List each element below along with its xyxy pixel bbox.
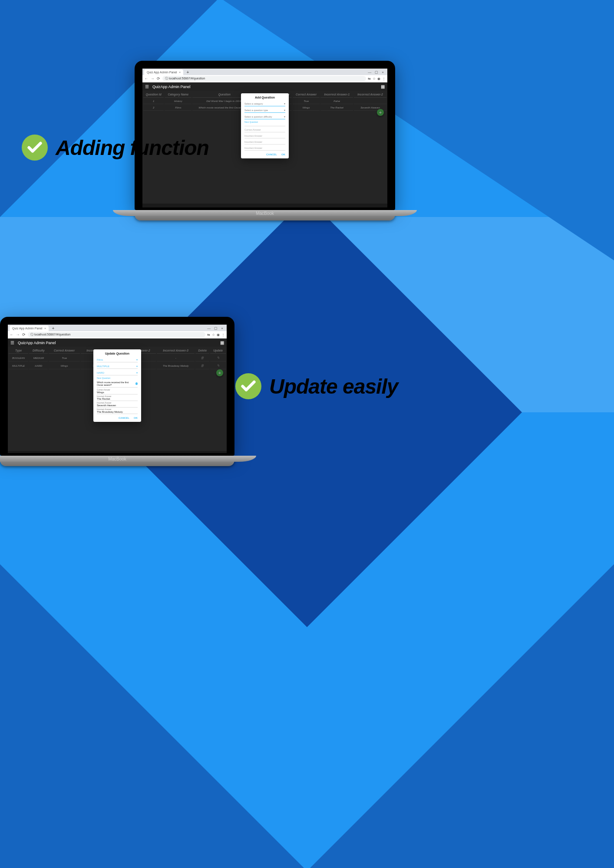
app-header: ☰ QuizApp Admin Panel ▦ [8,339,227,347]
browser-tab[interactable]: Quiz App Admin Panel × [144,69,183,75]
incorrect-answer-input[interactable]: Incorrect Answer [244,146,285,151]
modal-buttons: CANCEL OK [244,153,285,156]
back-icon[interactable]: ← [144,76,149,81]
insecure-icon: ⓘ [30,333,34,336]
difficulty-select[interactable]: HARD ▾ [97,370,138,375]
forward-icon[interactable]: → [150,76,155,81]
app-header: ☰ QuizApp Admin Panel ▦ [142,82,387,91]
reload-icon[interactable]: ⟳ [156,76,161,81]
correct-answer-input[interactable]: Wings [97,391,138,395]
cancel-button[interactable]: CANCEL [266,153,277,156]
incorrect-answer-input[interactable]: The Racket [97,398,138,401]
reload-icon[interactable]: ⟳ [22,332,26,337]
difficulty-select[interactable]: Select a question difficulty ▾ [244,114,285,119]
type-select[interactable]: MULTIPLE ▾ [97,364,138,369]
laptop-base: MacBook [0,456,234,466]
feature-adding: Adding function [22,135,209,161]
translate-icon[interactable]: ⇆ [368,77,371,81]
type-select[interactable]: Select a question type ▾ [244,108,285,113]
tab-title: Quiz App Admin Panel [12,327,43,330]
new-question-label: New Question [97,377,138,379]
bookmark-icon[interactable]: ☆ [212,333,215,337]
grid-icon[interactable]: ▦ [220,340,224,345]
chevron-down-icon: ▾ [136,365,138,368]
minimize-icon[interactable]: — [207,326,211,330]
modal-overlay: Update Question Films ▾ MULTIPLE ▾ HARD … [8,347,227,451]
add-question-modal: Add Question Select a category ▾ Select … [241,93,289,158]
cancel-button[interactable]: CANCEL [119,417,129,419]
incorrect-answer-input[interactable]: Incorrect Answer [244,134,285,138]
category-select[interactable]: Select a category ▾ [244,101,285,106]
category-select[interactable]: Films ▾ [97,357,138,362]
close-icon[interactable]: × [221,326,223,330]
update-question-modal: Update Question Films ▾ MULTIPLE ▾ HARD … [93,349,141,422]
hamburger-icon[interactable]: ☰ [10,340,14,345]
maximize-icon[interactable]: ▢ [214,326,218,330]
placeholder: Correct Answer [244,128,261,131]
macbook-label: MacBook [135,210,395,216]
new-tab-button[interactable]: + [185,70,190,75]
question-input[interactable] [244,124,285,126]
select-value: Films [97,358,103,361]
window-controls: — ▢ × [368,70,386,74]
address-row: ← → ⟳ ⓘ localhost:50867/#/question ⇆ ☆ ◉… [142,75,387,82]
modal-title: Update Question [97,352,138,355]
address-row: ← → ⟳ ⓘ localhost:50867/#/question ⇆ ☆ ◉… [8,331,227,339]
browser-action-icons: ⇆ ☆ ◉ ⋮ [368,77,386,81]
menu-icon[interactable]: ⋮ [221,333,225,337]
translate-icon[interactable]: ⇆ [207,333,210,337]
check-icon [235,373,261,399]
laptop-screen: Quiz App Admin Panel × + — ▢ × ← → ⟳ ⓘ [8,325,227,453]
feature-update: Update easily [235,373,398,399]
hamburger-icon[interactable]: ☰ [145,84,149,89]
macbook-label: MacBook [0,456,234,461]
forward-icon[interactable]: → [16,332,20,337]
chevron-down-icon: ▾ [284,102,285,105]
menu-icon[interactable]: ⋮ [382,77,386,81]
window-controls: — ▢ × [207,326,225,330]
url-text: localhost:50867/#/question [34,333,70,336]
select-value: HARD [97,372,104,374]
chevron-down-icon: ▾ [284,108,285,112]
placeholder: Incorrect Answer [244,135,262,137]
placeholder: Incorrect Answer [244,147,262,149]
new-tab-button[interactable]: + [50,326,56,331]
incorrect-answer-input[interactable]: Seventh Heaven [97,404,138,408]
ok-button[interactable]: OK [134,417,138,419]
char-indicator [135,382,138,385]
url-text: localhost:50867/#/question [169,77,205,80]
incorrect-answer-input[interactable]: The Broadway Melody [97,411,138,414]
maximize-icon[interactable]: ▢ [375,70,378,74]
question-value: Which movie received the first Oscar awa… [97,381,135,386]
ok-button[interactable]: OK [281,153,285,156]
address-bar[interactable]: ⓘ localhost:50867/#/question [28,332,205,337]
tab-title: Quiz App Admin Panel [147,71,177,74]
browser-tab-row: Quiz App Admin Panel × + — ▢ × [8,325,227,331]
chevron-down-icon: ▾ [284,115,285,118]
correct-answer-input[interactable]: Correct Answer [244,128,285,132]
profile-icon[interactable]: ◉ [217,333,220,337]
select-value: MULTIPLE [97,365,109,368]
browser-tab[interactable]: Quiz App Admin Panel × [10,326,49,331]
placeholder: Incorrect Answer [244,141,262,143]
close-icon[interactable]: × [179,70,181,74]
close-icon[interactable]: × [44,326,46,330]
feature-adding-text: Adding function [56,136,209,160]
close-icon[interactable]: × [382,70,384,74]
laptop-base: MacBook [135,210,395,220]
question-input[interactable]: Which movie received the first Oscar awa… [97,380,138,388]
laptop-bezel: Quiz App Admin Panel × + — ▢ × ← → ⟳ ⓘ [0,317,234,456]
select-placeholder: Select a question difficulty [244,115,272,118]
app-title: QuizApp Admin Panel [152,85,191,89]
grid-icon[interactable]: ▦ [381,84,385,89]
bg-triangle-bottom-left [0,564,304,868]
macbook-update-question: Quiz App Admin Panel × + — ▢ × ← → ⟳ ⓘ [0,317,234,466]
bookmark-icon[interactable]: ☆ [373,77,376,81]
browser-chrome: Quiz App Admin Panel × + — ▢ × ← → ⟳ ⓘ [8,325,227,339]
incorrect-answer-input[interactable]: Incorrect Answer [244,140,285,145]
minimize-icon[interactable]: — [368,70,371,74]
address-bar[interactable]: ⓘ localhost:50867/#/question [162,76,366,81]
check-icon [22,135,48,161]
back-icon[interactable]: ← [10,332,14,337]
profile-icon[interactable]: ◉ [377,77,380,81]
